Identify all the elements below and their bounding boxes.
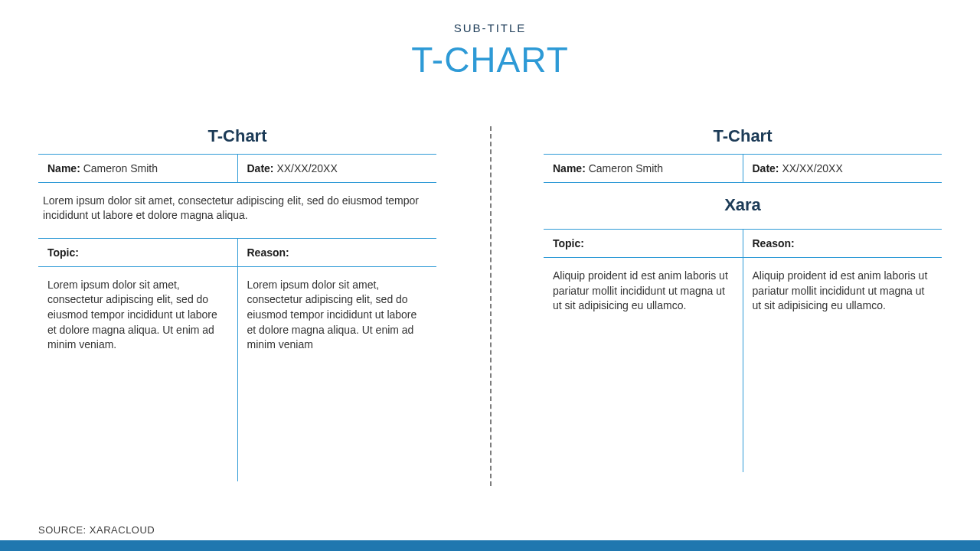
right-date-cell: Date: XX/XX/20XX	[743, 155, 942, 182]
name-label: Name:	[47, 162, 80, 174]
reason-header: Reason:	[238, 239, 437, 266]
right-table-header: Topic: Reason:	[544, 229, 942, 258]
right-column: T-Chart Name: Cameron Smith Date: XX/XX/…	[544, 126, 942, 481]
right-info-row: Name: Cameron Smith Date: XX/XX/20XX	[544, 154, 942, 183]
right-topic-text: Aliquip proident id est anim laboris ut …	[544, 258, 743, 472]
left-table-body: Lorem ipsum dolor sit amet, consectetur …	[38, 267, 436, 481]
left-name-cell: Name: Cameron Smith	[38, 155, 238, 182]
name-label: Name:	[553, 162, 586, 174]
right-table-body: Aliquip proident id est anim laboris ut …	[544, 258, 942, 472]
left-table-header: Topic: Reason:	[38, 238, 436, 267]
content-area: T-Chart Name: Cameron Smith Date: XX/XX/…	[0, 126, 980, 481]
left-date-cell: Date: XX/XX/20XX	[238, 155, 437, 182]
date-label: Date:	[753, 162, 779, 174]
main-title: T-CHART	[0, 39, 980, 80]
left-column: T-Chart Name: Cameron Smith Date: XX/XX/…	[38, 126, 436, 481]
right-center-heading: Xara	[544, 183, 942, 229]
left-description: Lorem ipsum dolor sit amet, consectetur …	[38, 183, 436, 238]
footer-bar	[0, 540, 980, 551]
source-text: SOURCE: XARACLOUD	[38, 524, 155, 536]
right-reason-text: Aliquip proident id est anim laboris ut …	[743, 258, 942, 472]
date-value: XX/XX/20XX	[779, 162, 843, 174]
reason-header: Reason:	[743, 230, 942, 257]
left-reason-text: Lorem ipsum dolor sit amet, consectetur …	[238, 267, 437, 481]
right-heading: T-Chart	[544, 126, 942, 146]
slide-header: SUB-TITLE T-CHART	[0, 0, 980, 80]
left-topic-text: Lorem ipsum dolor sit amet, consectetur …	[38, 267, 238, 481]
name-value: Cameron Smith	[80, 162, 158, 174]
right-name-cell: Name: Cameron Smith	[544, 155, 743, 182]
left-heading: T-Chart	[38, 126, 436, 146]
sub-title: SUB-TITLE	[0, 21, 980, 34]
topic-header: Topic:	[38, 239, 238, 266]
date-value: XX/XX/20XX	[274, 162, 338, 174]
vertical-divider	[490, 126, 492, 486]
name-value: Cameron Smith	[586, 162, 663, 174]
topic-header: Topic:	[544, 230, 743, 257]
left-info-row: Name: Cameron Smith Date: XX/XX/20XX	[38, 154, 436, 183]
date-label: Date:	[247, 162, 274, 174]
